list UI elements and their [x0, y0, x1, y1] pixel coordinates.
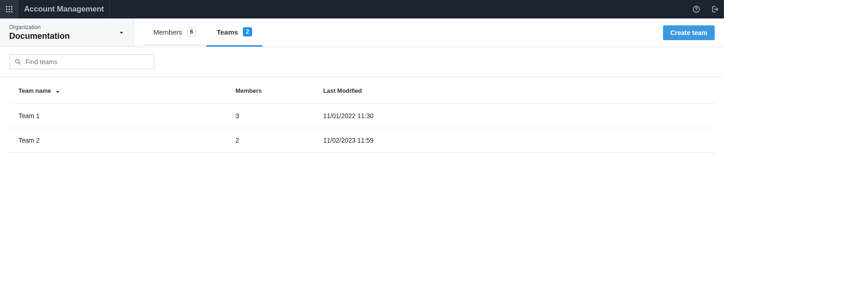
column-header-team-name-label: Team name — [18, 87, 51, 94]
caret-down-icon — [119, 30, 124, 36]
table-row[interactable]: Team 1 3 11/01/2022 11:30 — [9, 104, 715, 128]
help-icon — [692, 5, 700, 13]
tab-teams-label: Teams — [217, 28, 238, 36]
column-header-members-label: Members — [235, 87, 262, 94]
sign-out-button[interactable] — [705, 0, 724, 18]
tab-teams-count: 2 — [243, 27, 253, 36]
table-row[interactable]: Team 2 2 11/02/2023 11:59 — [9, 128, 715, 153]
apps-grid-icon — [6, 6, 13, 13]
organization-label: Organization — [9, 24, 119, 30]
tab-members[interactable]: Members 6 — [143, 18, 206, 47]
svg-rect-6 — [6, 11, 7, 12]
cell-members: 3 — [226, 104, 314, 128]
organization-selector[interactable]: Organization Documentation — [0, 18, 134, 47]
svg-rect-5 — [11, 9, 12, 10]
svg-rect-8 — [11, 11, 12, 12]
organization-name: Documentation — [9, 31, 119, 41]
cell-team-name: Team 2 — [9, 128, 226, 153]
tab-teams[interactable]: Teams 2 — [206, 18, 262, 47]
svg-rect-2 — [11, 6, 12, 7]
tab-members-count: 6 — [187, 27, 197, 36]
help-button[interactable] — [687, 0, 705, 18]
svg-rect-0 — [6, 6, 7, 7]
cell-last-modified: 11/01/2022 11:30 — [314, 104, 715, 128]
column-header-last-modified-label: Last Modified — [323, 87, 362, 94]
teams-table-header-row: Team name Members Last Modified — [9, 77, 715, 104]
search-row — [0, 47, 724, 77]
top-bar-spacer — [110, 0, 687, 18]
cell-members: 2 — [226, 128, 314, 153]
sub-header: Organization Documentation Members 6 Tea… — [0, 18, 724, 47]
svg-rect-3 — [6, 9, 7, 10]
create-team-button[interactable]: Create team — [663, 25, 715, 40]
svg-rect-7 — [9, 11, 10, 12]
app-title-area: Account Management — [18, 0, 110, 18]
top-bar: Account Management — [0, 0, 724, 18]
cell-last-modified: 11/02/2023 11:59 — [314, 128, 715, 153]
svg-line-12 — [19, 63, 21, 65]
cell-team-name: Team 1 — [9, 104, 226, 128]
svg-rect-4 — [9, 9, 10, 10]
apps-menu-button[interactable] — [0, 0, 18, 18]
column-header-team-name[interactable]: Team name — [9, 77, 226, 104]
column-header-members[interactable]: Members — [226, 77, 314, 104]
sign-out-icon — [711, 5, 719, 13]
teams-table-wrap: Team name Members Last Modified Team 1 3… — [0, 77, 724, 153]
organization-text: Organization Documentation — [9, 24, 119, 41]
sort-ascending-icon — [55, 89, 60, 94]
svg-rect-1 — [9, 6, 10, 7]
search-icon — [14, 58, 22, 66]
column-header-last-modified[interactable]: Last Modified — [314, 77, 715, 104]
action-area: Create team — [663, 18, 724, 47]
tabs: Members 6 Teams 2 — [134, 18, 663, 47]
teams-table: Team name Members Last Modified Team 1 3… — [9, 77, 715, 153]
app-title: Account Management — [24, 5, 104, 14]
svg-point-10 — [696, 11, 696, 11]
tab-members-label: Members — [153, 28, 182, 36]
search-input[interactable] — [25, 58, 149, 66]
search-box[interactable] — [9, 54, 154, 69]
